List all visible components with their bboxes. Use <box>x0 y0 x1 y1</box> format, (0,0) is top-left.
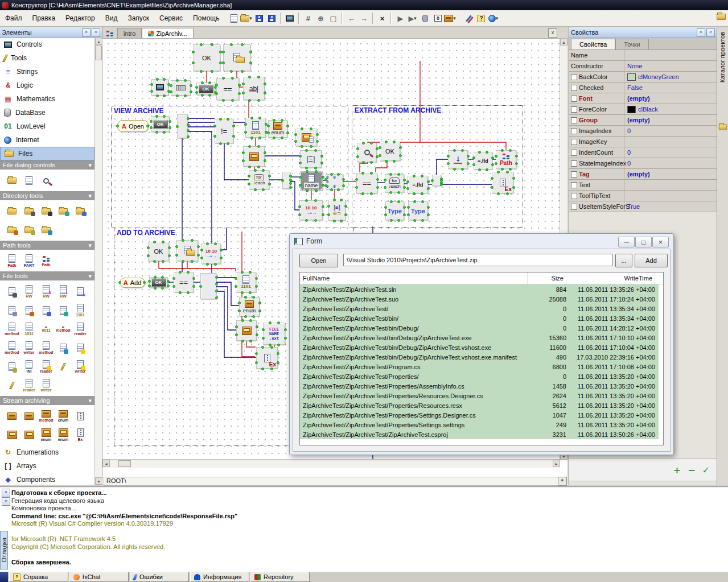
connection-point[interactable] <box>187 123 190 126</box>
property-row-tag[interactable]: Tag(empty) <box>569 169 717 180</box>
property-value[interactable]: clBlack <box>624 104 717 114</box>
connection-point[interactable] <box>241 291 244 294</box>
file-row[interactable]: ZipArchiveTest/ZipArchiveTest/bin/Debug/… <box>300 333 659 342</box>
remove-point-button[interactable]: − <box>688 465 695 476</box>
bottom-tab-err[interactable]: Ошибки <box>130 572 189 582</box>
connection-point[interactable] <box>199 285 202 288</box>
connection-point[interactable] <box>413 219 416 222</box>
connection-point[interactable] <box>163 94 166 97</box>
menu-Редактор[interactable]: Редактор <box>60 14 100 22</box>
node-zipex[interactable]: Ex <box>256 347 278 369</box>
connection-point[interactable] <box>179 271 182 274</box>
connection-point[interactable] <box>310 127 312 130</box>
connection-point[interactable] <box>153 241 156 243</box>
node-eq[interactable]: == <box>356 173 377 193</box>
connection-point[interactable] <box>187 291 190 294</box>
file-row[interactable]: ZipArchiveTest/ZipArchiveTest/Properties… <box>300 381 659 391</box>
property-row-tooltiptext[interactable]: ToolTipText <box>569 191 717 201</box>
connection-point[interactable] <box>453 149 456 152</box>
connection-point[interactable] <box>222 61 225 64</box>
connection-point[interactable] <box>231 77 234 80</box>
connection-point[interactable] <box>201 81 204 84</box>
sidebar-item-strings[interactable]: ≡Strings <box>0 65 94 79</box>
connection-point[interactable] <box>461 149 464 152</box>
palette-element[interactable]: reader <box>72 320 89 339</box>
node-abl[interactable]: ab| <box>243 77 265 100</box>
debug-corner-tab[interactable] <box>0 572 8 582</box>
connection-point[interactable] <box>156 78 159 81</box>
file-row[interactable]: ZipArchiveTest/ZipArchiveTest/Program.cs… <box>300 362 659 372</box>
connection-point[interactable] <box>118 281 121 284</box>
connection-point[interactable] <box>472 163 475 166</box>
palette-header[interactable]: File dialog controls▾ <box>0 160 94 170</box>
connection-point[interactable] <box>306 170 309 173</box>
connection-point[interactable] <box>244 123 247 126</box>
node-fld[interactable]: =.fld <box>474 152 492 170</box>
palette-element[interactable] <box>72 407 89 426</box>
node-d10[interactable]: 10 10→▪→ <box>299 200 323 220</box>
browse-button[interactable]: ... <box>615 254 632 267</box>
palette-element[interactable]: writer <box>38 376 55 395</box>
menu-Помощь[interactable]: Помощь <box>188 14 224 22</box>
connection-point[interactable] <box>190 90 192 93</box>
node-archdoc[interactable] <box>295 129 317 146</box>
add-button[interactable]: Add <box>635 254 668 267</box>
connection-point[interactable] <box>242 82 245 85</box>
connection-point[interactable] <box>506 171 509 174</box>
palette-element[interactable] <box>55 202 72 221</box>
connection-point[interactable] <box>305 219 308 222</box>
connection-point[interactable] <box>413 192 416 195</box>
connection-point[interactable] <box>191 260 194 263</box>
palette-element[interactable] <box>20 202 38 221</box>
connection-point[interactable] <box>340 199 343 201</box>
connection-point[interactable] <box>342 184 345 187</box>
connection-point[interactable] <box>235 277 237 280</box>
connection-point[interactable] <box>431 179 434 182</box>
connection-point[interactable] <box>299 176 302 179</box>
connection-point[interactable] <box>190 84 192 87</box>
file-row[interactable]: ZipArchiveTest/ZipArchiveTest/Properties… <box>300 391 659 401</box>
node-pill[interactable]: AAdd <box>120 278 145 288</box>
connection-point[interactable] <box>397 200 400 203</box>
connection-point[interactable] <box>406 180 409 183</box>
palette-element[interactable] <box>3 357 20 376</box>
property-checkbox[interactable] <box>571 150 577 156</box>
connection-point[interactable] <box>172 277 175 280</box>
palette-element[interactable] <box>72 202 89 221</box>
palette-header[interactable]: File tools▾ <box>0 271 94 280</box>
connection-point[interactable] <box>249 51 252 53</box>
scroll-up-icon[interactable]: ▲ <box>95 38 102 45</box>
connection-point[interactable] <box>248 183 250 185</box>
about-icon[interactable]: ▼ <box>487 12 500 24</box>
node-docopen[interactable] <box>223 44 250 71</box>
settings-icon[interactable] <box>462 12 475 24</box>
connection-point[interactable] <box>230 70 233 73</box>
connection-point[interactable] <box>254 188 257 191</box>
node-hub[interactable] <box>432 175 441 186</box>
property-row-constructor[interactable]: ConstructorNone <box>569 61 717 72</box>
add-point-button[interactable]: + <box>673 465 681 476</box>
connection-point[interactable] <box>299 184 302 187</box>
connection-point[interactable] <box>298 213 301 216</box>
property-row-group[interactable]: Group(empty) <box>569 115 717 126</box>
palette-element[interactable]: enum <box>55 407 72 426</box>
palette-element[interactable] <box>3 171 20 190</box>
connection-point[interactable] <box>238 92 241 95</box>
connection-point[interactable] <box>267 125 270 127</box>
connection-point[interactable] <box>176 94 179 97</box>
menu-Вид[interactable]: Вид <box>100 14 123 22</box>
connection-point[interactable] <box>495 155 497 158</box>
palette-element[interactable] <box>20 171 38 190</box>
connection-point[interactable] <box>270 368 273 370</box>
palette-element[interactable]: method <box>3 320 20 339</box>
menu-Правка[interactable]: Правка <box>27 14 61 22</box>
property-checkbox[interactable] <box>571 128 577 134</box>
form-window[interactable]: Form — ▢ ✕ Open \Visual Studio 2010\Proj… <box>289 233 674 455</box>
node-hub[interactable] <box>177 114 188 138</box>
node-eq[interactable]: == <box>174 272 194 292</box>
apply-button[interactable]: ✓ <box>702 465 710 476</box>
new-file-icon[interactable] <box>228 12 240 24</box>
connection-point[interactable] <box>440 183 443 186</box>
property-value[interactable]: 0 <box>624 158 717 168</box>
connection-point[interactable] <box>447 162 450 165</box>
